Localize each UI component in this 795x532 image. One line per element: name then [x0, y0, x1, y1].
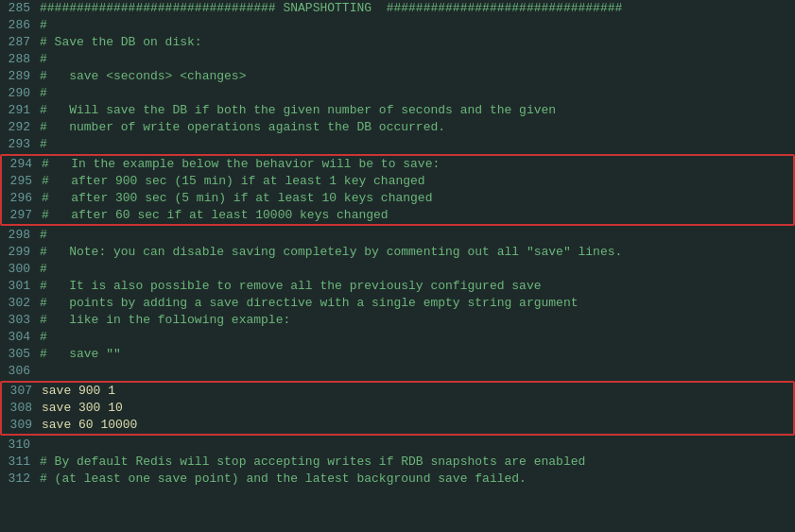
- line-content: #: [40, 227, 795, 244]
- line-content: # after 60 sec if at least 10000 keys ch…: [42, 207, 793, 224]
- code-line: 298 #: [0, 227, 795, 244]
- line-content: save 900 1: [42, 383, 793, 400]
- line-content: #: [40, 329, 795, 346]
- line-number: 297: [2, 207, 42, 224]
- line-number: 293: [0, 136, 40, 153]
- line-number: 294: [2, 156, 42, 173]
- line-number: 289: [0, 68, 40, 85]
- line-number: 301: [0, 278, 40, 295]
- code-line: 312 # (at least one save point) and the …: [0, 471, 795, 488]
- line-number: 302: [0, 295, 40, 312]
- line-number: 290: [0, 85, 40, 102]
- line-number: 288: [0, 51, 40, 68]
- line-number: 287: [0, 34, 40, 51]
- line-content: # It is also possible to remove all the …: [40, 278, 795, 295]
- line-number: 285: [0, 0, 40, 17]
- code-line: 310: [0, 437, 795, 454]
- line-number: 300: [0, 261, 40, 278]
- code-line: 289 # save <seconds> <changes>: [0, 68, 795, 85]
- line-number: 298: [0, 227, 40, 244]
- code-line: 294 # In the example below the behavior …: [2, 156, 793, 173]
- code-line: 293 #: [0, 136, 795, 153]
- line-number: 303: [0, 312, 40, 329]
- line-content: #: [40, 17, 795, 34]
- code-line: 303 # like in the following example:: [0, 312, 795, 329]
- line-content: save 60 10000: [42, 417, 793, 434]
- line-content: # save "": [40, 346, 795, 363]
- code-line: 299 # Note: you can disable saving compl…: [0, 244, 795, 261]
- code-line: 307 save 900 1: [2, 383, 793, 400]
- code-line: 287 # Save the DB on disk:: [0, 34, 795, 51]
- line-number: 311: [0, 454, 40, 471]
- line-content: # points by adding a save directive with…: [40, 295, 795, 312]
- line-content: # after 300 sec (5 min) if at least 10 k…: [42, 190, 793, 207]
- line-number: 305: [0, 346, 40, 363]
- line-content: # In the example below the behavior will…: [42, 156, 793, 173]
- code-line: 296 # after 300 sec (5 min) if at least …: [2, 190, 793, 207]
- code-line: 290 #: [0, 85, 795, 102]
- code-line: 297 # after 60 sec if at least 10000 key…: [2, 207, 793, 224]
- code-line: 305 # save "": [0, 346, 795, 363]
- line-number: 308: [2, 400, 42, 417]
- line-content: # By default Redis will stop accepting w…: [40, 454, 795, 471]
- line-number: 286: [0, 17, 40, 34]
- code-line: 292 # number of write operations against…: [0, 119, 795, 136]
- line-content: # after 900 sec (15 min) if at least 1 k…: [42, 173, 793, 190]
- code-line: 311 # By default Redis will stop accepti…: [0, 454, 795, 471]
- line-content: ################################ SNAPSHO…: [40, 0, 795, 17]
- line-number: 312: [0, 471, 40, 488]
- code-line: 302 # points by adding a save directive …: [0, 295, 795, 312]
- line-content: # save <seconds> <changes>: [40, 68, 795, 85]
- line-content: # Save the DB on disk:: [40, 34, 795, 51]
- line-content: #: [40, 261, 795, 278]
- code-editor: 285 ################################ SNA…: [0, 0, 795, 532]
- line-number: 292: [0, 119, 40, 136]
- line-number: 295: [2, 173, 42, 190]
- line-content: # like in the following example:: [40, 312, 795, 329]
- line-content: #: [40, 85, 795, 102]
- line-content: # number of write operations against the…: [40, 119, 795, 136]
- line-number: 291: [0, 102, 40, 119]
- line-content: #: [40, 51, 795, 68]
- code-line: 286 #: [0, 17, 795, 34]
- code-line: 285 ################################ SNA…: [0, 0, 795, 17]
- line-content: save 300 10: [42, 400, 793, 417]
- code-line: 309 save 60 10000: [2, 417, 793, 434]
- line-content: # (at least one save point) and the late…: [40, 471, 795, 488]
- line-content: # Will save the DB if both the given num…: [40, 102, 795, 119]
- line-number: 309: [2, 417, 42, 434]
- line-number: 296: [2, 190, 42, 207]
- code-line: 288 #: [0, 51, 795, 68]
- code-line: 300 #: [0, 261, 795, 278]
- line-content: #: [40, 136, 795, 153]
- code-line: 291 # Will save the DB if both the given…: [0, 102, 795, 119]
- line-content: # Note: you can disable saving completel…: [40, 244, 795, 261]
- code-line: 308 save 300 10: [2, 400, 793, 417]
- code-line: 301 # It is also possible to remove all …: [0, 278, 795, 295]
- line-number: 299: [0, 244, 40, 261]
- line-number: 304: [0, 329, 40, 346]
- line-number: 310: [0, 437, 40, 454]
- line-number: 306: [0, 363, 40, 380]
- code-line: 306: [0, 363, 795, 380]
- code-line: 295 # after 900 sec (15 min) if at least…: [2, 173, 793, 190]
- code-line: 304 #: [0, 329, 795, 346]
- line-number: 307: [2, 383, 42, 400]
